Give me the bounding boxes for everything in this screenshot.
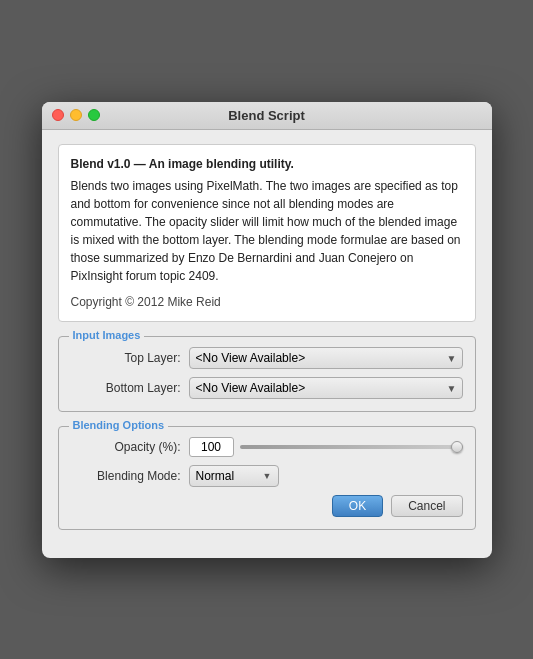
- window-content: Blend v1.0 — An image blending utility. …: [42, 130, 492, 558]
- opacity-slider[interactable]: [240, 445, 463, 449]
- input-images-section: Input Images Top Layer: <No View Availab…: [58, 336, 476, 412]
- main-window: Blend Script Blend v1.0 — An image blend…: [42, 102, 492, 558]
- info-box: Blend v1.0 — An image blending utility. …: [58, 144, 476, 322]
- buttons-row: OK Cancel: [71, 495, 463, 517]
- opacity-row: Opacity (%):: [71, 437, 463, 457]
- bottom-layer-label: Bottom Layer:: [71, 381, 181, 395]
- opacity-input[interactable]: [189, 437, 234, 457]
- titlebar: Blend Script: [42, 102, 492, 130]
- opacity-controls: [189, 437, 463, 457]
- bottom-layer-select[interactable]: <No View Available>: [189, 377, 463, 399]
- traffic-lights: [52, 109, 100, 121]
- window-title: Blend Script: [228, 108, 305, 123]
- ok-button[interactable]: OK: [332, 495, 383, 517]
- bottom-layer-row: Bottom Layer: <No View Available> ▼: [71, 377, 463, 399]
- blending-mode-value: Normal: [196, 469, 235, 483]
- info-title: Blend v1.0 — An image blending utility.: [71, 155, 463, 173]
- info-title-suffix: — An image blending utility.: [131, 157, 294, 171]
- minimize-button[interactable]: [70, 109, 82, 121]
- info-body: Blends two images using PixelMath. The t…: [71, 177, 463, 285]
- cancel-button[interactable]: Cancel: [391, 495, 462, 517]
- close-button[interactable]: [52, 109, 64, 121]
- blending-options-label: Blending Options: [69, 419, 169, 431]
- blending-mode-label: Blending Mode:: [71, 469, 181, 483]
- maximize-button[interactable]: [88, 109, 100, 121]
- opacity-label: Opacity (%):: [71, 440, 181, 454]
- top-layer-label: Top Layer:: [71, 351, 181, 365]
- blending-mode-arrow-icon: ▼: [263, 471, 272, 481]
- info-title-bold: Blend v1.0: [71, 157, 131, 171]
- blending-mode-row: Blending Mode: Normal ▼: [71, 465, 463, 487]
- blending-options-section: Blending Options Opacity (%): Blending M…: [58, 426, 476, 530]
- input-images-label: Input Images: [69, 329, 145, 341]
- blending-mode-select[interactable]: Normal ▼: [189, 465, 279, 487]
- top-layer-row: Top Layer: <No View Available> ▼: [71, 347, 463, 369]
- bottom-layer-select-wrapper: <No View Available> ▼: [189, 377, 463, 399]
- info-copyright: Copyright © 2012 Mike Reid: [71, 293, 463, 311]
- top-layer-select[interactable]: <No View Available>: [189, 347, 463, 369]
- opacity-slider-thumb[interactable]: [451, 441, 463, 453]
- top-layer-select-wrapper: <No View Available> ▼: [189, 347, 463, 369]
